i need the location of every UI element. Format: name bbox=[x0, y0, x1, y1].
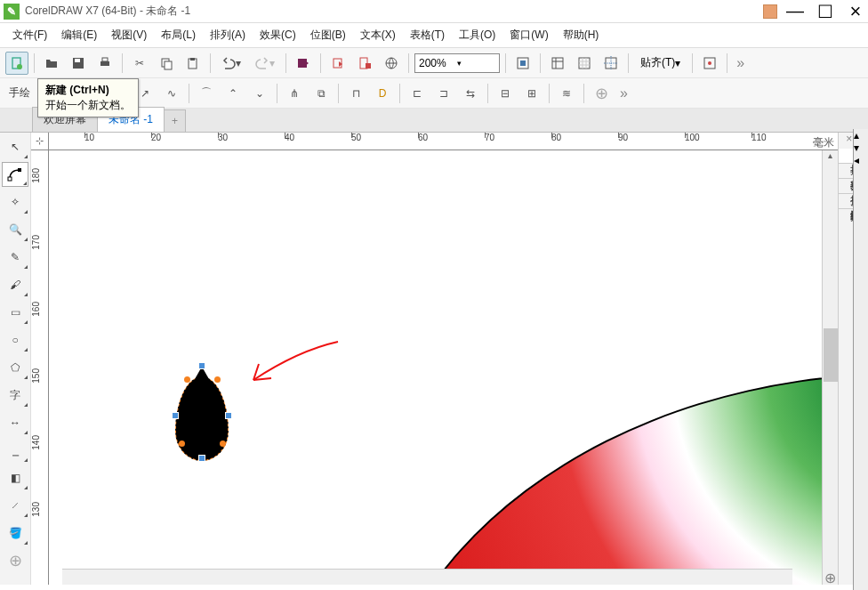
prop-node-5[interactable]: ⧉ bbox=[309, 82, 333, 105]
menu-view[interactable]: 视图(V) bbox=[106, 25, 152, 45]
menu-effects[interactable]: 效果(C) bbox=[254, 25, 301, 45]
fullscreen-button[interactable] bbox=[511, 52, 534, 75]
ruler-origin-icon[interactable]: ⊹ bbox=[31, 133, 49, 150]
maximize-button[interactable]: ☐ bbox=[816, 1, 834, 22]
prop-node-2[interactable]: ⌃ bbox=[221, 82, 245, 105]
fill-tool[interactable]: 🪣 bbox=[2, 521, 28, 546]
paste-button[interactable] bbox=[181, 52, 205, 75]
prop-node-1[interactable]: ⌒ bbox=[195, 82, 218, 105]
options-button[interactable] bbox=[698, 52, 721, 75]
palette-down[interactable]: ▾ bbox=[854, 141, 868, 154]
svg-rect-18 bbox=[579, 58, 590, 69]
zoom-combo[interactable]: 200%▾ bbox=[414, 53, 500, 73]
svg-rect-7 bbox=[165, 61, 172, 69]
close-button[interactable]: × bbox=[847, 0, 864, 23]
svg-rect-5 bbox=[102, 58, 108, 61]
artistic-media-tool[interactable]: 🖌 bbox=[2, 272, 28, 297]
svg-rect-9 bbox=[190, 58, 195, 61]
tooltip-desc: 开始一个新文档。 bbox=[45, 98, 131, 113]
copy-button[interactable] bbox=[155, 52, 178, 75]
svg-rect-22 bbox=[8, 177, 12, 181]
vertical-scrollbar[interactable]: ▴ ⊕ bbox=[822, 150, 838, 585]
user-avatar[interactable] bbox=[763, 4, 777, 19]
menu-edit[interactable]: 编辑(E) bbox=[56, 25, 102, 45]
prop-extend[interactable]: ⊏ bbox=[406, 82, 429, 105]
prop-break[interactable]: D bbox=[371, 82, 394, 105]
vertical-ruler[interactable]: 180 170 160 150 140 130 bbox=[31, 150, 49, 585]
drawing-canvas[interactable] bbox=[49, 150, 822, 585]
connector-tool[interactable]: ⎯ bbox=[2, 438, 28, 463]
dimension-tool[interactable]: ↔ bbox=[2, 410, 28, 435]
cut-button[interactable]: ✂ bbox=[128, 52, 151, 75]
freehand-tool[interactable]: ✎ bbox=[2, 245, 28, 270]
shape-tool[interactable] bbox=[2, 162, 28, 187]
publish-web-button[interactable] bbox=[380, 52, 403, 75]
color-palette: ▴ ▾ ◂ bbox=[853, 129, 868, 590]
toolbox-add[interactable]: ⊕ bbox=[2, 548, 28, 573]
menu-arrange[interactable]: 排列(A) bbox=[205, 25, 251, 45]
print-button[interactable] bbox=[93, 52, 117, 75]
seed-shape-selected[interactable] bbox=[175, 376, 229, 461]
show-rulers-button[interactable] bbox=[546, 52, 569, 75]
open-button[interactable] bbox=[40, 52, 63, 75]
svg-point-1 bbox=[17, 64, 22, 69]
menu-layout[interactable]: 布局(L) bbox=[156, 25, 201, 45]
polygon-tool[interactable]: ⬠ bbox=[2, 355, 28, 380]
scrollbar-thumb[interactable] bbox=[824, 328, 838, 382]
minimize-button[interactable]: — bbox=[786, 1, 804, 21]
prop-node-3[interactable]: ⌄ bbox=[248, 82, 271, 105]
prop-close-curve[interactable]: ⊐ bbox=[432, 82, 455, 105]
prop-align-nodes[interactable]: ⊞ bbox=[520, 82, 543, 105]
svg-rect-23 bbox=[18, 168, 21, 172]
canvas-area: ⊹ 10 20 30 40 50 60 70 80 90 100 110 毫米 … bbox=[31, 133, 838, 585]
import-button[interactable] bbox=[292, 52, 315, 75]
toolbox: ↖ ✧ 🔍 ✎ 🖌 ▭ ○ ⬠ 字 ↔ ⎯ ◧ ⟋ 🪣 ⊕ bbox=[0, 133, 31, 585]
prop-elastic[interactable]: ≋ bbox=[555, 82, 578, 105]
crop-tool[interactable]: ✧ bbox=[2, 190, 28, 214]
menu-table[interactable]: 表格(T) bbox=[405, 25, 450, 45]
new-button[interactable] bbox=[5, 52, 28, 75]
watermelon-shape[interactable] bbox=[369, 373, 822, 585]
menu-window[interactable]: 窗口(W) bbox=[504, 25, 553, 45]
horizontal-ruler[interactable]: 10 20 30 40 50 60 70 80 90 100 110 毫米 bbox=[49, 133, 838, 150]
show-guides-button[interactable] bbox=[599, 52, 623, 75]
palette-up[interactable]: ▴ bbox=[854, 129, 868, 141]
show-grid-button[interactable] bbox=[573, 52, 596, 75]
text-tool[interactable]: 字 bbox=[2, 383, 28, 408]
svg-rect-4 bbox=[100, 61, 109, 66]
menu-help[interactable]: 帮助(H) bbox=[558, 25, 605, 45]
toolbar2-overflow[interactable]: » bbox=[616, 85, 631, 101]
menu-file[interactable]: 文件(F) bbox=[7, 25, 52, 45]
snap-dropdown[interactable]: 贴齐(T) ▾ bbox=[634, 53, 687, 74]
eyedropper-tool[interactable]: ⟋ bbox=[2, 493, 28, 518]
navigator-button[interactable]: ⊕ bbox=[823, 570, 837, 585]
page-navigator[interactable] bbox=[62, 569, 792, 585]
pick-tool[interactable]: ↖ bbox=[2, 134, 28, 159]
prop-add[interactable]: ⊕ bbox=[590, 82, 613, 105]
tooltip: 新建 (Ctrl+N) 开始一个新文档。 bbox=[37, 78, 139, 117]
palette-flyout[interactable]: ◂ bbox=[854, 154, 868, 166]
rectangle-tool[interactable]: ▭ bbox=[2, 300, 28, 325]
menu-text[interactable]: 文本(X) bbox=[355, 25, 401, 45]
prop-reverse[interactable]: ⇆ bbox=[459, 82, 482, 105]
menu-bitmap[interactable]: 位图(B) bbox=[305, 25, 351, 45]
tab-add[interactable]: + bbox=[164, 109, 186, 132]
redo-button[interactable]: ▾ bbox=[250, 52, 280, 75]
undo-button[interactable]: ▾ bbox=[216, 52, 246, 75]
prop-extract[interactable]: ⊟ bbox=[494, 82, 517, 105]
prop-curve-2[interactable]: ∿ bbox=[160, 82, 183, 105]
interactive-tool[interactable]: ◧ bbox=[2, 465, 28, 490]
save-button[interactable] bbox=[67, 52, 90, 75]
toolbar1-overflow[interactable]: » bbox=[733, 55, 748, 71]
publish-pdf-button[interactable] bbox=[353, 52, 376, 75]
app-logo: ✎ bbox=[4, 4, 20, 20]
export-button[interactable] bbox=[326, 52, 350, 75]
ellipse-tool[interactable]: ○ bbox=[2, 327, 28, 352]
svg-rect-13 bbox=[366, 63, 371, 69]
prop-join[interactable]: ⊓ bbox=[344, 82, 367, 105]
tooltip-title: 新建 (Ctrl+N) bbox=[45, 83, 131, 98]
ruler-unit: 毫米 bbox=[813, 135, 834, 150]
prop-node-4[interactable]: ⋔ bbox=[283, 82, 306, 105]
zoom-tool[interactable]: 🔍 bbox=[2, 217, 28, 242]
menu-tools[interactable]: 工具(O) bbox=[454, 25, 501, 45]
